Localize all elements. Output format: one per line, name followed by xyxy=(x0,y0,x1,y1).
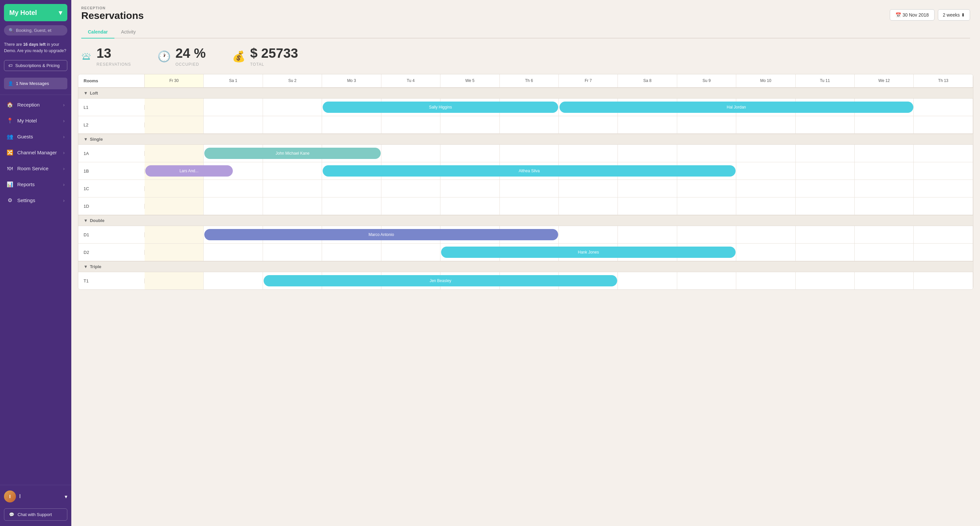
cell-T1-1[interactable] xyxy=(204,272,262,289)
cell-D2-10[interactable] xyxy=(736,244,795,261)
cell-L2-8[interactable] xyxy=(618,116,677,134)
cell-1C-9[interactable] xyxy=(677,180,736,197)
cell-D2-2[interactable] xyxy=(263,244,322,261)
cell-1C-13[interactable] xyxy=(914,180,973,197)
user-profile[interactable]: I I ▾ xyxy=(0,487,71,506)
sidebar-item-my-hotel[interactable]: 📍 My Hotel › xyxy=(0,113,71,129)
cell-D2-12[interactable] xyxy=(854,244,914,261)
cell-1A-6[interactable] xyxy=(500,145,559,162)
cell-L2-0[interactable] xyxy=(145,116,204,134)
sidebar-item-settings[interactable]: ⚙ Settings › xyxy=(0,193,71,209)
cell-L2-6[interactable] xyxy=(500,116,559,134)
cell-1C-8[interactable] xyxy=(618,180,677,197)
cell-1D-1[interactable] xyxy=(204,198,262,215)
cell-1C-10[interactable] xyxy=(736,180,795,197)
chat-support-button[interactable]: 💬 Chat with Support xyxy=(4,508,67,521)
sidebar-item-room-service[interactable]: 🍽 Room Service › xyxy=(0,161,71,177)
cell-D1-0[interactable] xyxy=(145,226,204,243)
cell-L2-13[interactable] xyxy=(914,116,973,134)
cell-D2-1[interactable] xyxy=(204,244,262,261)
cell-D2-3[interactable] xyxy=(322,244,381,261)
cell-1B-10[interactable] xyxy=(736,162,795,180)
cell-L1-2[interactable] xyxy=(263,99,322,116)
cell-1A-12[interactable] xyxy=(854,145,914,162)
subscriptions-button[interactable]: 🏷 Subscriptions & Pricing xyxy=(4,60,67,71)
cell-1C-1[interactable] xyxy=(204,180,262,197)
cell-1C-3[interactable] xyxy=(322,180,381,197)
cell-1A-4[interactable] xyxy=(382,145,441,162)
cell-1D-9[interactable] xyxy=(677,198,736,215)
cell-T1-10[interactable] xyxy=(736,272,795,289)
cell-T1-8[interactable] xyxy=(618,272,677,289)
cell-1C-11[interactable] xyxy=(795,180,854,197)
cell-1D-13[interactable] xyxy=(914,198,973,215)
cell-1A-9[interactable] xyxy=(677,145,736,162)
booking-bar[interactable]: Jen Beasley xyxy=(264,275,617,286)
cell-L1-13[interactable] xyxy=(914,99,973,116)
cell-D1-11[interactable] xyxy=(795,226,854,243)
cell-1B-11[interactable] xyxy=(795,162,854,180)
cell-1D-11[interactable] xyxy=(795,198,854,215)
cell-1D-0[interactable] xyxy=(145,198,204,215)
booking-bar[interactable]: Hal Jordan xyxy=(560,102,913,113)
sidebar-item-guests[interactable]: 👥 Guests › xyxy=(0,129,71,145)
cell-1C-4[interactable] xyxy=(382,180,441,197)
cell-L1-0[interactable] xyxy=(145,99,204,116)
cell-1C-6[interactable] xyxy=(500,180,559,197)
cell-L2-1[interactable] xyxy=(204,116,262,134)
search-bar[interactable]: 🔍 Booking, Guest, et xyxy=(4,25,67,35)
cell-L2-10[interactable] xyxy=(736,116,795,134)
cell-1A-8[interactable] xyxy=(618,145,677,162)
cell-1B-2[interactable] xyxy=(263,162,322,180)
sidebar-item-channel-manager[interactable]: 🔀 Channel Manager › xyxy=(0,145,71,161)
cell-1A-7[interactable] xyxy=(559,145,618,162)
cell-1B-13[interactable] xyxy=(914,162,973,180)
cell-1A-5[interactable] xyxy=(441,145,500,162)
cell-D1-9[interactable] xyxy=(677,226,736,243)
cell-T1-0[interactable] xyxy=(145,272,204,289)
cell-1A-13[interactable] xyxy=(914,145,973,162)
cell-D2-13[interactable] xyxy=(914,244,973,261)
booking-bar[interactable]: Althea Silva xyxy=(323,165,736,177)
date-picker[interactable]: 📅 30 Nov 2018 xyxy=(890,9,934,21)
cell-1C-7[interactable] xyxy=(559,180,618,197)
cell-D1-7[interactable] xyxy=(559,226,618,243)
cell-L2-5[interactable] xyxy=(441,116,500,134)
cell-L1-1[interactable] xyxy=(204,99,262,116)
cell-1D-4[interactable] xyxy=(382,198,441,215)
cell-T1-11[interactable] xyxy=(795,272,854,289)
cell-1D-3[interactable] xyxy=(322,198,381,215)
cell-1C-12[interactable] xyxy=(854,180,914,197)
cell-1D-7[interactable] xyxy=(559,198,618,215)
tab-activity[interactable]: Activity xyxy=(115,26,142,38)
cell-D1-10[interactable] xyxy=(736,226,795,243)
cell-L2-4[interactable] xyxy=(382,116,441,134)
cell-D2-4[interactable] xyxy=(382,244,441,261)
cell-D2-0[interactable] xyxy=(145,244,204,261)
tab-calendar[interactable]: Calendar xyxy=(81,26,115,38)
booking-bar[interactable]: John Michael Kane xyxy=(204,148,380,159)
cell-T1-12[interactable] xyxy=(854,272,914,289)
cell-1D-10[interactable] xyxy=(736,198,795,215)
week-selector[interactable]: 2 weeks ⬍ xyxy=(938,9,970,21)
cell-L2-2[interactable] xyxy=(263,116,322,134)
cell-1D-6[interactable] xyxy=(500,198,559,215)
cell-L2-3[interactable] xyxy=(322,116,381,134)
cell-1D-2[interactable] xyxy=(263,198,322,215)
cell-D1-8[interactable] xyxy=(618,226,677,243)
cell-1A-11[interactable] xyxy=(795,145,854,162)
cell-L2-11[interactable] xyxy=(795,116,854,134)
cell-1D-12[interactable] xyxy=(854,198,914,215)
cell-1C-2[interactable] xyxy=(263,180,322,197)
booking-bar[interactable]: Marco Antonio xyxy=(204,229,558,240)
sidebar-item-reports[interactable]: 📊 Reports › xyxy=(0,177,71,193)
sidebar-item-reception[interactable]: 🏠 Reception › xyxy=(0,97,71,113)
cell-1D-8[interactable] xyxy=(618,198,677,215)
cell-1A-10[interactable] xyxy=(736,145,795,162)
booking-bar[interactable]: Lars And... xyxy=(145,165,233,177)
cell-T1-9[interactable] xyxy=(677,272,736,289)
booking-bar[interactable]: Sally Higgins xyxy=(323,102,558,113)
booking-bar[interactable]: Hank Jones xyxy=(441,247,736,258)
cell-D1-12[interactable] xyxy=(854,226,914,243)
cell-1C-5[interactable] xyxy=(441,180,500,197)
